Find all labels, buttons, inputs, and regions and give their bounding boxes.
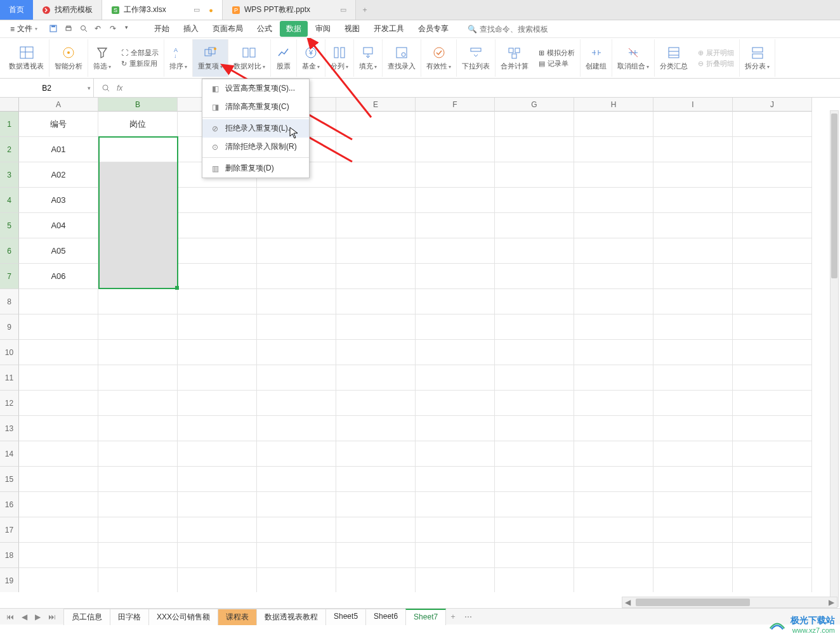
row-header-1[interactable]: 1 xyxy=(0,112,19,137)
cell-F8[interactable] xyxy=(416,289,495,314)
cell-J1[interactable] xyxy=(733,112,812,137)
cell-A10[interactable] xyxy=(19,340,98,365)
cell-A14[interactable] xyxy=(19,441,98,467)
cell-B13[interactable] xyxy=(98,416,178,441)
reject-dup-entry-item[interactable]: ⊘拒绝录入重复项(L)... xyxy=(202,119,309,138)
row-header-12[interactable]: 12 xyxy=(0,391,19,416)
cell-H18[interactable] xyxy=(574,543,653,568)
cell-H5[interactable] xyxy=(574,213,653,238)
new-tab-button[interactable]: ＋ xyxy=(356,0,374,20)
name-box-input[interactable] xyxy=(0,84,93,93)
cell-I7[interactable] xyxy=(653,264,733,289)
cell-E17[interactable] xyxy=(336,517,416,543)
cell-G7[interactable] xyxy=(495,264,574,289)
ribbon-ungroup[interactable]: 取消组合 xyxy=(612,39,655,77)
cell-J2[interactable] xyxy=(733,137,812,162)
menu-data[interactable]: 数据 xyxy=(280,21,308,37)
cell-A7[interactable]: A06 xyxy=(19,264,98,289)
cell-H6[interactable] xyxy=(574,238,653,264)
cell-A2[interactable]: A01 xyxy=(19,137,98,162)
cell-A6[interactable]: A05 xyxy=(19,238,98,264)
ribbon-validity[interactable]: 有效性 xyxy=(421,39,457,77)
cell-H13[interactable] xyxy=(574,416,653,441)
cell-B8[interactable] xyxy=(98,289,178,314)
ribbon-fund[interactable]: ¥基金 xyxy=(297,39,325,77)
cell-I6[interactable] xyxy=(653,238,733,264)
save-icon[interactable] xyxy=(49,24,59,34)
col-header-H[interactable]: H xyxy=(574,98,653,112)
cell-B1[interactable]: 岗位 xyxy=(98,112,178,137)
cell-C17[interactable] xyxy=(178,517,257,543)
redo-icon[interactable]: ↷ xyxy=(110,24,120,34)
cell-E18[interactable] xyxy=(336,543,416,568)
cell-J19[interactable] xyxy=(733,568,812,592)
sheet-tab-2[interactable]: XXX公司销售额 xyxy=(148,609,218,625)
row-header-3[interactable]: 3 xyxy=(0,162,19,188)
select-all-corner[interactable] xyxy=(0,98,19,112)
tab-ppt[interactable]: P WPS PPT教程.pptx ▭ xyxy=(223,0,356,20)
tab-workbook[interactable]: S 工作簿3.xlsx ▭ ● xyxy=(102,0,223,20)
cell-D7[interactable] xyxy=(257,264,336,289)
cell-G15[interactable] xyxy=(495,467,574,492)
cell-H1[interactable] xyxy=(574,112,653,137)
cell-F5[interactable] xyxy=(416,213,495,238)
cell-G14[interactable] xyxy=(495,441,574,467)
cell-A3[interactable]: A02 xyxy=(19,162,98,188)
cell-B19[interactable] xyxy=(98,568,178,592)
cell-I19[interactable] xyxy=(653,568,733,592)
hscroll-thumb[interactable] xyxy=(636,599,750,606)
cell-B9[interactable] xyxy=(98,314,178,340)
cell-I16[interactable] xyxy=(653,492,733,517)
namebox-dropdown-icon[interactable]: ▾ xyxy=(88,85,91,91)
cell-H10[interactable] xyxy=(574,340,653,365)
cell-B4[interactable] xyxy=(98,188,178,213)
cell-B3[interactable] xyxy=(98,162,178,188)
cell-C13[interactable] xyxy=(178,416,257,441)
row-header-13[interactable]: 13 xyxy=(0,416,19,441)
clear-reject-entry-item[interactable]: ⊙清除拒绝录入限制(R) xyxy=(202,138,309,156)
tab-menu-icon[interactable]: ▭ xyxy=(194,6,200,14)
row-header-6[interactable]: 6 xyxy=(0,238,19,264)
command-search[interactable]: 🔍 xyxy=(468,25,568,34)
cell-H12[interactable] xyxy=(574,391,653,416)
collapse-detail-button[interactable]: ⊖折叠明细 xyxy=(698,59,734,68)
cell-A9[interactable] xyxy=(19,314,98,340)
cell-H11[interactable] xyxy=(574,365,653,391)
cell-I3[interactable] xyxy=(653,162,733,188)
cell-E6[interactable] xyxy=(336,238,416,264)
cell-G6[interactable] xyxy=(495,238,574,264)
cell-F7[interactable] xyxy=(416,264,495,289)
cell-D11[interactable] xyxy=(257,365,336,391)
sheet-first-icon[interactable]: ⏮ xyxy=(4,611,16,623)
cell-F3[interactable] xyxy=(416,162,495,188)
cell-F12[interactable] xyxy=(416,391,495,416)
cell-D16[interactable] xyxy=(257,492,336,517)
cell-C10[interactable] xyxy=(178,340,257,365)
row-header-15[interactable]: 15 xyxy=(0,467,19,492)
cell-C6[interactable] xyxy=(178,238,257,264)
row-header-5[interactable]: 5 xyxy=(0,213,19,238)
cell-C14[interactable] xyxy=(178,441,257,467)
cell-F2[interactable] xyxy=(416,137,495,162)
cell-I13[interactable] xyxy=(653,416,733,441)
cell-C16[interactable] xyxy=(178,492,257,517)
ribbon-ai-analysis[interactable]: 智能分析 xyxy=(49,39,88,77)
cell-E10[interactable] xyxy=(336,340,416,365)
cell-D8[interactable] xyxy=(257,289,336,314)
scroll-right-icon[interactable]: ▶ xyxy=(826,598,837,607)
cell-F19[interactable] xyxy=(416,568,495,592)
cell-A17[interactable] xyxy=(19,517,98,543)
cell-B11[interactable] xyxy=(98,365,178,391)
cell-J15[interactable] xyxy=(733,467,812,492)
ribbon-duplicates[interactable]: 重复项 xyxy=(193,39,228,77)
cell-A1[interactable]: 编号 xyxy=(19,112,98,137)
col-header-A[interactable]: A xyxy=(19,98,98,112)
cell-I4[interactable] xyxy=(653,188,733,213)
cell-F17[interactable] xyxy=(416,517,495,543)
cell-D5[interactable] xyxy=(257,213,336,238)
cell-F16[interactable] xyxy=(416,492,495,517)
record-button[interactable]: ▤记录单 xyxy=(539,59,568,68)
cell-F14[interactable] xyxy=(416,441,495,467)
cell-A12[interactable] xyxy=(19,391,98,416)
ribbon-subtotal[interactable]: 分类汇总 xyxy=(655,39,693,77)
